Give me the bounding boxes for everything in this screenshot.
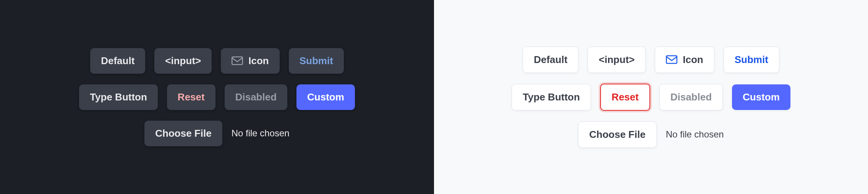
icon-button-label: Icon [683, 54, 703, 66]
choose-file-button[interactable]: Choose File [578, 121, 656, 148]
file-status-text: No file chosen [666, 129, 724, 140]
custom-button-label: Custom [743, 91, 780, 103]
default-button[interactable]: Default [523, 47, 578, 73]
svg-rect-0 [232, 57, 243, 65]
custom-button[interactable]: Custom [732, 84, 790, 110]
type-button-label: Type Button [523, 91, 580, 103]
icon-button[interactable]: Icon [221, 48, 279, 74]
choose-file-button-label: Choose File [589, 129, 645, 141]
input-button-label: <input> [165, 55, 201, 67]
input-button[interactable]: <input> [154, 48, 212, 74]
custom-button-label: Custom [307, 91, 344, 103]
reset-button[interactable]: Reset [600, 84, 650, 111]
type-button[interactable]: Type Button [79, 84, 158, 110]
input-button[interactable]: <input> [588, 47, 646, 73]
disabled-button[interactable]: Disabled [225, 84, 287, 110]
file-row: Choose File No file chosen [144, 121, 289, 146]
svg-rect-1 [666, 56, 677, 63]
button-row-2: Type Button Reset Disabled Custom [79, 84, 355, 110]
default-button[interactable]: Default [90, 48, 145, 74]
custom-button[interactable]: Custom [296, 84, 355, 110]
submit-button-label: Submit [735, 54, 768, 66]
mail-icon [666, 55, 677, 64]
light-theme-panel: Default <input> Icon Submit Type Button … [434, 0, 868, 194]
type-button[interactable]: Type Button [512, 84, 591, 110]
disabled-button-label: Disabled [235, 91, 277, 103]
reset-button-label: Reset [178, 91, 205, 103]
icon-button-label: Icon [248, 55, 269, 67]
default-button-label: Default [534, 54, 567, 66]
submit-button[interactable]: Submit [289, 48, 344, 74]
choose-file-button-label: Choose File [155, 128, 211, 139]
default-button-label: Default [101, 55, 134, 67]
mail-icon [232, 56, 243, 65]
type-button-label: Type Button [90, 91, 147, 103]
disabled-button[interactable]: Disabled [659, 84, 723, 110]
button-row-1: Default <input> Icon Submit [523, 47, 779, 73]
dark-theme-panel: Default <input> Icon Submit Type Button … [0, 0, 434, 194]
file-row: Choose File No file chosen [578, 121, 724, 148]
choose-file-button[interactable]: Choose File [144, 121, 222, 146]
icon-button[interactable]: Icon [655, 47, 714, 73]
submit-button-label: Submit [300, 55, 333, 67]
reset-button-label: Reset [612, 91, 639, 103]
button-row-1: Default <input> Icon Submit [90, 48, 344, 74]
reset-button[interactable]: Reset [167, 84, 215, 110]
input-button-label: <input> [599, 54, 635, 66]
button-row-2: Type Button Reset Disabled Custom [512, 84, 790, 111]
submit-button[interactable]: Submit [724, 47, 779, 73]
file-status-text: No file chosen [232, 128, 290, 139]
disabled-button-label: Disabled [670, 91, 712, 103]
